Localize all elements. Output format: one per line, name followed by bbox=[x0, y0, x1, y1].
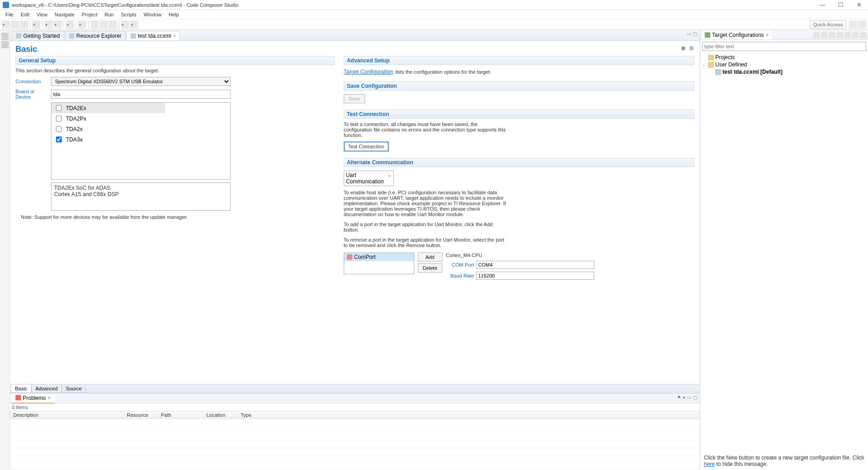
view-mode-icon[interactable]: ▤ bbox=[688, 45, 694, 52]
rp-min-icon[interactable] bbox=[852, 32, 858, 38]
config-tree: Projects ⌄ User Defined test tda.ccxml [… bbox=[700, 53, 868, 76]
menu-view[interactable]: View bbox=[33, 11, 51, 18]
device-list[interactable]: TDA2Ex TDA2Px TDA2x TDA3x bbox=[51, 102, 231, 180]
tree-projects[interactable]: Projects bbox=[702, 54, 866, 61]
menu-window[interactable]: Window bbox=[140, 11, 165, 18]
col-path[interactable]: Path bbox=[158, 411, 204, 419]
tab-getting-started[interactable]: Getting Started bbox=[12, 31, 64, 40]
toolbar-saveall-icon[interactable] bbox=[20, 20, 28, 29]
device-checkbox[interactable] bbox=[56, 136, 62, 142]
alternate-comm-select[interactable]: Uart Communication bbox=[344, 171, 394, 186]
toolbar-new-icon[interactable] bbox=[2, 20, 10, 29]
comport-input[interactable] bbox=[476, 261, 594, 269]
menu-edit[interactable]: Edit bbox=[17, 11, 33, 18]
editor-maximize-icon[interactable]: ▢ bbox=[693, 31, 697, 36]
bottom-tab-basic[interactable]: Basic bbox=[11, 385, 31, 393]
menu-file[interactable]: File bbox=[2, 11, 17, 18]
problems-tab[interactable]: Problems × bbox=[12, 394, 55, 404]
rp-max-icon[interactable] bbox=[860, 32, 866, 38]
target-configurations-tab[interactable]: Target Configurations × bbox=[702, 30, 772, 40]
toolbar-back-icon[interactable] bbox=[121, 20, 129, 29]
toolbar-stepover-icon[interactable] bbox=[109, 20, 117, 29]
toolbar-run-icon[interactable] bbox=[54, 20, 62, 29]
problems-minimize-icon[interactable]: ▭ bbox=[687, 395, 691, 400]
quick-access-field[interactable]: Quick Access bbox=[810, 20, 846, 29]
connection-label: Connection bbox=[15, 79, 51, 84]
toolbar-stepout-icon[interactable] bbox=[100, 20, 108, 29]
problems-maximize-icon[interactable]: ▢ bbox=[693, 395, 697, 400]
tab-resource-explorer[interactable]: Resource Explorer bbox=[65, 31, 125, 40]
help-here-link[interactable]: here bbox=[704, 461, 715, 467]
col-type[interactable]: Type bbox=[238, 411, 700, 419]
toolbar-search-icon[interactable] bbox=[78, 20, 86, 29]
port-icon bbox=[347, 254, 352, 260]
col-resource[interactable]: Resource bbox=[124, 411, 158, 419]
toolbar-debug-icon[interactable] bbox=[45, 20, 53, 29]
close-window-button[interactable]: ✕ bbox=[853, 1, 865, 8]
toolbar-perspective-ccs-icon[interactable] bbox=[849, 20, 857, 29]
maximize-button[interactable]: ☐ bbox=[834, 1, 847, 8]
rp-refresh-icon[interactable] bbox=[829, 32, 835, 38]
rp-link-icon[interactable] bbox=[844, 32, 851, 38]
table-row bbox=[10, 448, 700, 455]
toolbar-build-icon[interactable] bbox=[32, 20, 40, 29]
editor-minimize-icon[interactable]: ▭ bbox=[687, 31, 691, 36]
toolbar-flash-icon[interactable] bbox=[66, 20, 74, 29]
tab-test-tda-ccxml[interactable]: test tda.ccxml × bbox=[126, 31, 180, 40]
device-item-tda3x[interactable]: TDA3x bbox=[51, 134, 230, 145]
port-list[interactable]: ComPort bbox=[344, 253, 414, 274]
save-button[interactable]: Save bbox=[344, 94, 365, 103]
gutter-icon[interactable] bbox=[1, 41, 9, 48]
problems-menu-icon[interactable]: ▾ bbox=[683, 395, 685, 400]
connection-select[interactable]: Spectrum Digital XDS560V2 STM USB Emulat… bbox=[51, 77, 231, 86]
col-description[interactable]: Description bbox=[10, 411, 124, 419]
cpu-label: Cortex_M4 CPU bbox=[446, 253, 695, 258]
add-port-button[interactable]: Add bbox=[418, 253, 442, 262]
view-mode-icon[interactable]: ▦ bbox=[680, 45, 686, 52]
device-item-tda2px[interactable]: TDA2Px bbox=[51, 113, 230, 124]
rp-collapse-icon[interactable] bbox=[837, 32, 843, 38]
menu-project[interactable]: Project bbox=[78, 11, 101, 18]
filter-input[interactable] bbox=[702, 42, 866, 51]
problems-close-icon[interactable]: × bbox=[48, 395, 51, 401]
test-connection-button[interactable]: Test Connection bbox=[344, 142, 389, 152]
col-location[interactable]: Location bbox=[204, 411, 238, 419]
bottom-tab-source[interactable]: Source bbox=[62, 385, 86, 393]
device-item-tda2ex[interactable]: TDA2Ex bbox=[51, 103, 165, 113]
rp-new-icon[interactable] bbox=[813, 32, 820, 38]
toolbar-forward-icon[interactable] bbox=[130, 20, 138, 29]
menu-help[interactable]: Help bbox=[165, 11, 183, 18]
device-item-tda2x[interactable]: TDA2x bbox=[51, 124, 230, 134]
target-configuration-link[interactable]: Target Configuration bbox=[344, 69, 393, 75]
toolbar-save-icon[interactable] bbox=[11, 20, 19, 29]
baudrate-input[interactable] bbox=[476, 272, 594, 280]
device-checkbox[interactable] bbox=[56, 116, 62, 121]
port-item-comport[interactable]: ComPort bbox=[344, 253, 414, 261]
minimize-button[interactable]: — bbox=[816, 1, 829, 8]
problems-toolbtn-icon[interactable]: ⚑ bbox=[677, 395, 681, 400]
menu-navigate[interactable]: Navigate bbox=[51, 11, 78, 18]
menu-run[interactable]: Run bbox=[101, 11, 117, 18]
table-row bbox=[10, 419, 700, 426]
tree-file-test-tda[interactable]: test tda.ccxml [Default] bbox=[702, 68, 866, 76]
device-name: TDA3x bbox=[66, 136, 83, 143]
rp-delete-icon[interactable] bbox=[821, 32, 828, 38]
toolbar-step-icon[interactable] bbox=[90, 20, 99, 29]
table-row bbox=[10, 434, 700, 441]
target-config-close-icon[interactable]: × bbox=[766, 32, 769, 38]
device-checkbox[interactable] bbox=[56, 126, 62, 132]
toolbar-perspective-debug-icon[interactable] bbox=[858, 20, 866, 29]
problems-count: 0 items bbox=[10, 404, 700, 411]
table-row bbox=[10, 426, 700, 434]
bottom-tab-advanced[interactable]: Advanced bbox=[31, 385, 62, 393]
tab-close-icon[interactable]: × bbox=[173, 33, 176, 39]
tab-icon bbox=[130, 33, 136, 39]
menu-scripts[interactable]: Scripts bbox=[117, 11, 140, 18]
target-configuration-text: : lists the configuration options for th… bbox=[393, 69, 491, 75]
toolbar-separator bbox=[119, 21, 119, 28]
device-checkbox[interactable] bbox=[56, 105, 62, 111]
board-filter-input[interactable] bbox=[51, 90, 231, 99]
gutter-icon[interactable] bbox=[1, 33, 9, 40]
delete-port-button[interactable]: Delete bbox=[418, 263, 442, 273]
tree-user-defined[interactable]: ⌄ User Defined bbox=[702, 61, 866, 68]
